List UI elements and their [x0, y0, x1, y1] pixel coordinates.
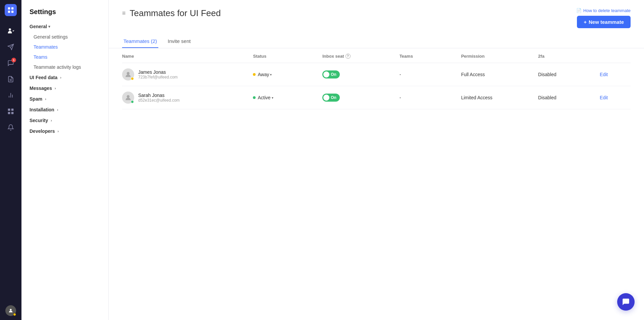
sidebar-title: Settings — [21, 0, 108, 21]
sidebar-section-developers: Developers › — [21, 126, 108, 137]
james-status-dropdown[interactable]: Away ▾ — [258, 72, 272, 77]
analytics-icon[interactable] — [4, 89, 17, 102]
edit-link-2[interactable]: Edit — [600, 95, 608, 100]
sidebar-group-messages[interactable]: Messages › — [24, 83, 106, 94]
sarah-status-dot — [131, 100, 134, 103]
svg-rect-11 — [11, 109, 14, 111]
twofa-cell-2: Disabled — [538, 86, 600, 109]
col-header-inbox-seat: Inbox seat ? — [322, 48, 399, 63]
main-content: ≡ Teammates for UI Feed 📄 How to delete … — [109, 0, 644, 320]
col-header-status: Status — [253, 48, 322, 63]
new-teammate-plus-icon: + — [584, 19, 587, 25]
chat-support-bubble[interactable] — [617, 293, 635, 311]
sarah-inbox-seat-toggle[interactable]: On — [322, 94, 340, 102]
sarah-name: Sarah Jonas — [138, 93, 180, 98]
sidebar-group-security[interactable]: Security › — [24, 115, 106, 126]
inbox-icon[interactable]: 1 — [4, 56, 17, 70]
tab-teammates[interactable]: Teammates (2) — [122, 35, 158, 48]
sidebar-group-installation[interactable]: Installation › — [24, 104, 106, 115]
avatar-sarah — [122, 92, 134, 104]
tab-invite-sent[interactable]: Invite sent — [166, 35, 192, 48]
actions-cell-1: Edit — [600, 63, 631, 86]
sidebar-group-ui-feed-data[interactable]: UI Feed data › — [24, 72, 106, 83]
user-status-dot — [13, 313, 16, 316]
james-name-info: James Jonas 723b7fef@uifeed.com — [138, 69, 178, 79]
help-link-icon: 📄 — [576, 8, 582, 13]
contacts-icon[interactable] — [4, 24, 17, 38]
sidebar-item-teams[interactable]: Teams — [24, 52, 106, 62]
teammates-table: Name Status Inbox seat ? Teams Permissio… — [122, 48, 631, 109]
page-title-main: Teammates — [130, 8, 175, 18]
sidebar-group-spam[interactable]: Spam › — [24, 94, 106, 104]
sidebar-section-ui-feed-data: UI Feed data › — [21, 72, 108, 83]
sidebar-section-general: General ▾ General settings Teammates Tea… — [21, 21, 108, 72]
sidebar-spam-chevron: › — [45, 97, 46, 101]
routing-icon[interactable] — [4, 40, 17, 54]
svg-rect-2 — [8, 11, 10, 13]
sidebar-group-general[interactable]: General ▾ — [24, 21, 106, 32]
sarah-status-dot-inline — [253, 96, 256, 99]
james-inbox-seat-label: On — [331, 72, 336, 77]
inbox-badge: 1 — [11, 58, 16, 62]
svg-point-14 — [10, 309, 11, 311]
table-header: Name Status Inbox seat ? Teams Permissio… — [122, 48, 631, 63]
notifications-icon[interactable] — [4, 121, 17, 134]
james-email: 723b7fef@uifeed.com — [138, 75, 178, 79]
name-cell-2: Sarah Jonas d52e31ec@uifeed.com — [122, 86, 253, 109]
new-teammate-button[interactable]: + New teammate — [577, 16, 631, 28]
sarah-name-info: Sarah Jonas d52e31ec@uifeed.com — [138, 93, 180, 103]
svg-rect-12 — [8, 112, 10, 114]
help-link[interactable]: 📄 How to delete teammate — [576, 8, 631, 13]
james-status-label: Away — [258, 72, 269, 77]
james-toggle-circle — [323, 71, 329, 77]
main-header: ≡ Teammates for UI Feed 📄 How to delete … — [109, 0, 644, 28]
table-row: James Jonas 723b7fef@uifeed.com Away ▾ — [122, 63, 631, 86]
sidebar-group-messages-label: Messages — [30, 86, 52, 91]
sidebar-item-general-settings[interactable]: General settings — [24, 32, 106, 42]
sidebar-general-chevron: ▾ — [48, 24, 50, 29]
sarah-email: d52e31ec@uifeed.com — [138, 98, 180, 103]
teams-cell-1: - — [399, 63, 461, 86]
sidebar-section-installation: Installation › — [21, 104, 108, 115]
svg-rect-13 — [11, 112, 14, 114]
sarah-status-label: Active — [258, 95, 270, 100]
inbox-seat-info-icon[interactable]: ? — [345, 54, 351, 59]
sidebar-group-general-label: General — [30, 24, 47, 29]
sidebar-group-developers-label: Developers — [30, 128, 55, 134]
col-header-name: Name — [122, 48, 253, 63]
reports-icon[interactable] — [4, 72, 17, 86]
sidebar-item-activity-logs[interactable]: Teammate activity logs — [24, 62, 106, 72]
svg-rect-10 — [8, 109, 10, 111]
svg-rect-3 — [11, 11, 13, 13]
col-header-2fa: 2fa — [538, 48, 600, 63]
sarah-status-chevron: ▾ — [272, 96, 273, 100]
svg-point-15 — [127, 72, 129, 75]
status-cell-1: Away ▾ — [253, 63, 322, 86]
sarah-inbox-seat-label: On — [331, 95, 336, 100]
help-link-text: How to delete teammate — [583, 8, 631, 13]
col-header-teams: Teams — [399, 48, 461, 63]
sidebar-group-installation-label: Installation — [30, 107, 54, 112]
avatar-james — [122, 68, 134, 81]
tabs-bar: Teammates (2) Invite sent — [109, 35, 644, 48]
sarah-status-dropdown[interactable]: Active ▾ — [258, 95, 273, 100]
sidebar-security-chevron: › — [51, 118, 52, 122]
sidebar-section-spam: Spam › — [21, 94, 108, 104]
sidebar: Settings General ▾ General settings Team… — [21, 0, 109, 320]
sidebar-item-teammates[interactable]: Teammates — [24, 42, 106, 52]
integrations-icon[interactable] — [4, 105, 17, 118]
hamburger-icon[interactable]: ≡ — [122, 10, 126, 17]
edit-link-1[interactable]: Edit — [600, 72, 608, 77]
user-avatar[interactable] — [5, 305, 16, 316]
sidebar-ui-feed-chevron: › — [60, 75, 61, 79]
james-inbox-seat-toggle[interactable]: On — [322, 70, 340, 78]
header-actions: 📄 How to delete teammate + New teammate — [576, 8, 631, 28]
inbox-seat-cell-1: On — [322, 63, 399, 86]
teams-cell-2: - — [399, 86, 461, 109]
sidebar-developers-chevron: › — [57, 129, 59, 133]
app-logo[interactable] — [5, 4, 17, 16]
sidebar-group-developers[interactable]: Developers › — [24, 126, 106, 137]
svg-rect-0 — [8, 7, 10, 9]
sarah-toggle-circle — [323, 95, 329, 101]
james-status-dot-inline — [253, 73, 256, 76]
